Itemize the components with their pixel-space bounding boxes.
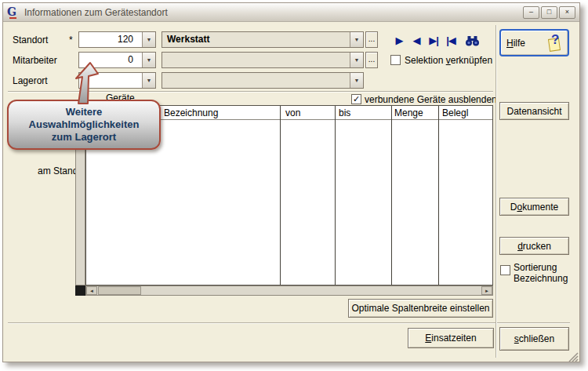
chevron-down-icon[interactable]: ▼ [142, 53, 155, 67]
mitarbeiter-name-combobox[interactable]: ▼ [162, 52, 364, 68]
standort-code-value: 120 [79, 32, 142, 47]
chevron-down-icon[interactable]: ▼ [350, 32, 363, 47]
standort-name-value: Werkstatt [162, 32, 350, 47]
chevron-down-icon[interactable]: ▼ [142, 73, 155, 88]
column-header-menge[interactable]: Menge [394, 107, 423, 118]
horizontal-scrollbar[interactable]: ◄ ► [85, 286, 493, 296]
verbundene-geraete-label[interactable]: verbundene Geräte ausblenden [365, 94, 497, 105]
datenansicht-button[interactable]: Datenansicht [499, 102, 569, 120]
label-accelerator: E [425, 333, 431, 344]
binoculars-icon [465, 35, 480, 46]
label-part: Selektion [405, 55, 446, 66]
column-divider [438, 106, 439, 285]
maximize-button[interactable]: □ [541, 6, 557, 19]
mitarbeiter-more-button[interactable]: ... [365, 52, 378, 68]
title-bar[interactable]: G Informationen zum Gerätestandort – □ × [3, 3, 579, 22]
column-header-von[interactable]: von [285, 107, 300, 118]
nav-prev-button[interactable]: ◀ [408, 32, 425, 49]
callout-line: Weitere [66, 106, 103, 118]
column-header-bis[interactable]: bis [339, 107, 350, 118]
check-icon: ✓ [353, 94, 360, 104]
nav-first-button[interactable]: |◀ [442, 32, 459, 49]
nav-last-button[interactable]: ▶| [425, 32, 442, 49]
horizontal-scrollbar-track[interactable] [141, 286, 481, 295]
dropdown-glyph: ▼ [147, 37, 152, 42]
scroll-left-icon[interactable]: ◄ [86, 286, 97, 295]
dropdown-glyph: ▼ [147, 78, 152, 83]
callout-bubble: Weitere Auswahlmöglichkeiten zum Lageror… [7, 100, 161, 150]
drucken-button[interactable]: drucken [499, 237, 569, 255]
optimale-spaltenbreite-button[interactable]: Optimale Spaltenbreite einstellen [348, 299, 493, 318]
label-accelerator: o [517, 202, 522, 213]
app-logo-icon: G [7, 6, 20, 19]
lagerort-name-combobox[interactable]: ▼ [162, 72, 364, 89]
close-icon[interactable]: × [559, 6, 575, 19]
resize-grip[interactable] [568, 351, 579, 362]
callout-line: zum Lagerort [52, 131, 116, 144]
next-icon: ▶ [396, 35, 403, 46]
last-icon: ▶| [429, 35, 438, 46]
einsatzzeiten-button[interactable]: Einsatzeiten [408, 328, 494, 348]
dropdown-glyph: ▼ [147, 57, 152, 63]
verbundene-geraete-checkbox[interactable]: ✓ [351, 94, 361, 104]
hilfe-button[interactable]: Hilfe ? [499, 29, 569, 56]
chevron-down-icon[interactable]: ▼ [350, 73, 363, 88]
question-mark-glyph: ? [551, 32, 559, 48]
dropdown-glyph: ▼ [354, 37, 360, 42]
panel-separator [495, 25, 497, 358]
sortierung-label-line1[interactable]: Sortierung [514, 262, 557, 273]
dialog-window: G Informationen zum Gerätestandort – □ ×… [2, 2, 580, 362]
minimize-button[interactable]: – [523, 6, 539, 19]
window-controls: – □ × [523, 6, 575, 19]
screen: G Informationen zum Gerätestandort – □ ×… [0, 0, 588, 371]
footer-separator [8, 322, 570, 324]
label-accelerator: H [506, 38, 514, 49]
app-logo-letter: G [7, 5, 16, 18]
standort-code-combobox[interactable]: 120 ▼ [78, 31, 156, 48]
scroll-right-icon[interactable]: ► [481, 286, 492, 295]
label-part: D [510, 202, 517, 213]
label-part: ilfe [514, 38, 525, 49]
standort-label: Standort [13, 35, 48, 45]
label-accelerator: d [517, 241, 523, 252]
label-part: insatzeiten [431, 333, 476, 344]
label-part: rucken [523, 241, 551, 252]
column-divider [335, 106, 336, 285]
sortierung-checkbox[interactable] [500, 265, 510, 275]
dropdown-glyph: ▼ [354, 57, 360, 63]
required-asterisk: * [69, 35, 73, 45]
column-header-beleg[interactable]: Belegl [442, 107, 468, 118]
find-button[interactable] [463, 32, 481, 49]
dokumente-button[interactable]: Dokumente [499, 198, 569, 216]
mitarbeiter-label: Mitarbeiter [13, 55, 57, 66]
mitarbeiter-name-value [162, 53, 350, 67]
prev-icon: ◀ [413, 35, 420, 46]
schliessen-button[interactable]: schließen [499, 327, 569, 351]
label-part: erknüpfen [451, 55, 492, 66]
column-header-bezeichnung[interactable]: Bezeichnung [164, 107, 218, 118]
resize-grip-icon [568, 352, 579, 362]
hilfe-button-label: Hilfe [506, 38, 525, 49]
label-part: kumente [522, 202, 558, 213]
nav-next-button[interactable]: ▶ [390, 32, 408, 49]
sortierung-label-line2[interactable]: Bezeichnung [514, 273, 568, 284]
first-icon: |◀ [446, 35, 456, 46]
help-icon: ? [546, 34, 562, 53]
horizontal-scrollbar-thumb[interactable] [98, 286, 141, 295]
lagerort-name-value [162, 73, 350, 88]
column-divider [391, 106, 392, 285]
callout-line: Auswahlmöglichkeiten [29, 118, 140, 131]
standort-name-combobox[interactable]: Werkstatt ▼ [162, 31, 364, 48]
selektion-verknuepfen-checkbox[interactable] [390, 55, 401, 65]
lagerort-label: Lagerort [13, 75, 48, 86]
column-divider [280, 106, 281, 285]
standort-more-button[interactable]: ... [365, 31, 378, 48]
callout-arrow-icon [69, 61, 103, 105]
scrollbar-corner [75, 286, 85, 296]
selektion-verknuepfen-label[interactable]: Selektion verknüpfen [405, 55, 492, 66]
window-title: Informationen zum Gerätestandort [24, 7, 168, 18]
dropdown-glyph: ▼ [354, 78, 360, 83]
chevron-down-icon[interactable]: ▼ [350, 53, 363, 67]
label-part: chließen [519, 333, 554, 344]
chevron-down-icon[interactable]: ▼ [142, 32, 155, 47]
